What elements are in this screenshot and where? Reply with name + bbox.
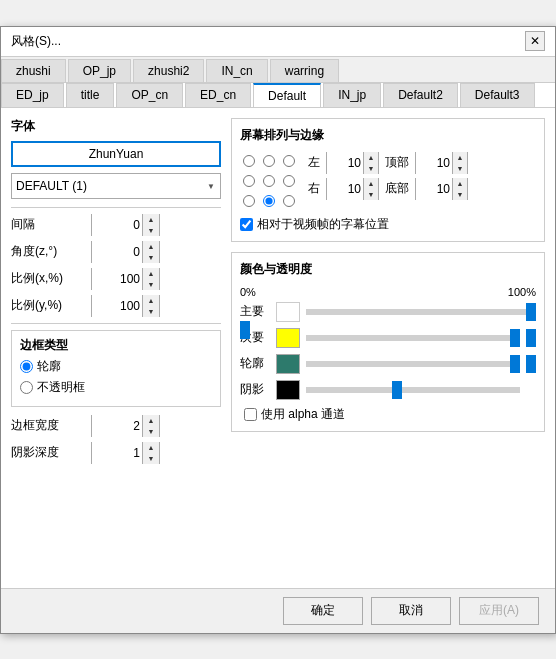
font-name-input[interactable] xyxy=(11,141,221,167)
color-section: 颜色与透明度 0% 100% 主要 次要 xyxy=(231,252,545,432)
bottom-input[interactable] xyxy=(416,178,452,200)
cancel-button[interactable]: 取消 xyxy=(371,597,451,625)
opaque-radio-label[interactable]: 不透明框 xyxy=(37,379,85,396)
tab-warring[interactable]: warring xyxy=(270,59,339,82)
opaque-radio[interactable] xyxy=(20,381,33,394)
tab-ed-cn[interactable]: ED_cn xyxy=(185,83,251,107)
angle-up-btn[interactable]: ▲ xyxy=(143,241,159,252)
angle-down-btn[interactable]: ▼ xyxy=(143,252,159,263)
tab-zhushi2[interactable]: zhushi2 xyxy=(133,59,204,82)
primary-slider[interactable] xyxy=(306,309,536,315)
pos-ml-radio[interactable] xyxy=(243,175,255,187)
pos-tc-radio[interactable] xyxy=(263,155,275,167)
tab-op-cn[interactable]: OP_cn xyxy=(116,83,183,107)
left-down-btn[interactable]: ▼ xyxy=(364,163,378,174)
gap-down-btn[interactable]: ▼ xyxy=(143,225,159,236)
font-section-title: 字体 xyxy=(11,118,221,135)
shadow-depth-up-btn[interactable]: ▲ xyxy=(143,442,159,453)
top-spinner-btns: ▲ ▼ xyxy=(452,152,467,174)
scale-x-down-btn[interactable]: ▼ xyxy=(143,279,159,290)
gap-input[interactable] xyxy=(92,214,142,236)
primary-color-swatch[interactable] xyxy=(276,302,300,322)
left-input[interactable] xyxy=(327,152,363,174)
outline-color-row: 轮廓 xyxy=(240,354,536,374)
left-spinner-btns: ▲ ▼ xyxy=(363,152,378,174)
outline-radio-row: 轮廓 xyxy=(20,358,212,375)
tab-zhushi[interactable]: zhushi xyxy=(1,59,66,82)
tab-default2[interactable]: Default2 xyxy=(383,83,458,107)
scale-x-input[interactable] xyxy=(92,268,142,290)
scale-x-label: 比例(x,%) xyxy=(11,270,91,287)
tab-ed-jp[interactable]: ED_jp xyxy=(1,83,64,107)
right-down-btn[interactable]: ▼ xyxy=(364,189,378,200)
alpha-checkbox-label[interactable]: 使用 alpha 通道 xyxy=(261,406,345,423)
outline-radio-label[interactable]: 轮廓 xyxy=(37,358,61,375)
shadow-slider[interactable] xyxy=(306,387,520,393)
font-style-select[interactable]: DEFAULT (1) xyxy=(11,173,221,199)
right-label: 右 xyxy=(308,180,320,197)
border-width-up-btn[interactable]: ▲ xyxy=(143,415,159,426)
tab-in-cn[interactable]: IN_cn xyxy=(206,59,267,82)
gap-label: 间隔 xyxy=(11,216,91,233)
alpha-checkbox[interactable] xyxy=(244,408,257,421)
outline-color-swatch[interactable] xyxy=(276,354,300,374)
pos-radio-bl xyxy=(240,192,258,210)
top-input[interactable] xyxy=(416,152,452,174)
shadow-slider-thumb[interactable] xyxy=(392,381,402,399)
pos-radio-mc xyxy=(260,172,278,190)
secondary-slider[interactable] xyxy=(306,335,520,341)
tab-op-jp[interactable]: OP_jp xyxy=(68,59,131,82)
primary-color-row: 主要 xyxy=(240,302,536,322)
relative-position-label[interactable]: 相对于视频帧的字幕位置 xyxy=(257,216,389,233)
scale-y-up-btn[interactable]: ▲ xyxy=(143,295,159,306)
shadow-color-swatch[interactable] xyxy=(276,380,300,400)
pos-mr-radio[interactable] xyxy=(283,175,295,187)
shadow-depth-input[interactable] xyxy=(92,442,142,464)
scale-x-up-btn[interactable]: ▲ xyxy=(143,268,159,279)
color-section-title: 颜色与透明度 xyxy=(240,261,536,278)
outline-slider-thumb[interactable] xyxy=(510,355,520,373)
secondary-slider-thumb[interactable] xyxy=(510,329,520,347)
bottom-up-btn[interactable]: ▲ xyxy=(453,178,467,189)
shadow-depth-down-btn[interactable]: ▼ xyxy=(143,453,159,464)
border-width-down-btn[interactable]: ▼ xyxy=(143,426,159,437)
lrtb-section: 左 ▲ ▼ 顶部 xyxy=(308,152,536,200)
bottom-down-btn[interactable]: ▼ xyxy=(453,189,467,200)
apply-button[interactable]: 应用(A) xyxy=(459,597,539,625)
ok-button[interactable]: 确定 xyxy=(283,597,363,625)
pos-bl-radio[interactable] xyxy=(243,195,255,207)
outline-radio[interactable] xyxy=(20,360,33,373)
pos-br-radio[interactable] xyxy=(283,195,295,207)
shadow-color-row: 阴影 xyxy=(240,380,536,400)
relative-position-checkbox[interactable] xyxy=(240,218,253,231)
right-up-btn[interactable]: ▲ xyxy=(364,178,378,189)
top-down-btn[interactable]: ▼ xyxy=(453,163,467,174)
pos-radio-tr xyxy=(280,152,298,170)
pos-tr-radio[interactable] xyxy=(283,155,295,167)
secondary-color-swatch[interactable] xyxy=(276,328,300,348)
angle-row: 角度(z,°) ▲ ▼ xyxy=(11,241,221,263)
scale-y-down-btn[interactable]: ▼ xyxy=(143,306,159,317)
tab-title[interactable]: title xyxy=(66,83,115,107)
tab-in-jp[interactable]: IN_jp xyxy=(323,83,381,107)
scale-y-input[interactable] xyxy=(92,295,142,317)
border-width-input[interactable] xyxy=(92,415,142,437)
gap-up-btn[interactable]: ▲ xyxy=(143,214,159,225)
primary-slider-thumb[interactable] xyxy=(526,303,536,321)
outline-slider[interactable] xyxy=(306,361,520,367)
angle-input[interactable] xyxy=(92,241,142,263)
screen-align-title: 屏幕排列与边缘 xyxy=(240,127,536,144)
tab-default[interactable]: Default xyxy=(253,83,321,107)
pos-mc-radio[interactable] xyxy=(263,175,275,187)
tab-default3[interactable]: Default3 xyxy=(460,83,535,107)
top-up-btn[interactable]: ▲ xyxy=(453,152,467,163)
pos-tl-radio[interactable] xyxy=(243,155,255,167)
left-up-btn[interactable]: ▲ xyxy=(364,152,378,163)
right-input[interactable] xyxy=(327,178,363,200)
shadow-depth-spinner-btns: ▲ ▼ xyxy=(142,442,159,464)
close-button[interactable]: ✕ xyxy=(525,31,545,51)
pos-bc-radio[interactable] xyxy=(263,195,275,207)
bottom-spinner: ▲ ▼ xyxy=(415,178,468,200)
window-title: 风格(S)... xyxy=(11,33,61,50)
gap-spinner-btns: ▲ ▼ xyxy=(142,214,159,236)
